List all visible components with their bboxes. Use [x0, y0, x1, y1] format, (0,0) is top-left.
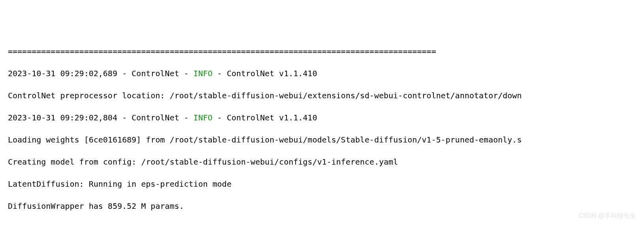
log-line: LatentDiffusion: Running in eps-predicti…: [8, 178, 636, 189]
watermark: CSDN @不叫猫先生: [578, 212, 636, 220]
log-level-info: INFO: [194, 69, 213, 78]
log-line: 2023-10-31 09:29:02,804 - ControlNet - I…: [8, 112, 636, 123]
log-line: DiffusionWrapper has 859.52 M params.: [8, 201, 636, 212]
log-timestamp: 2023-10-31 09:29:02,689 - ControlNet -: [8, 69, 194, 78]
log-line: Model loaded in 2.8s (load weights from …: [8, 223, 636, 225]
log-line: ControlNet preprocessor location: /root/…: [8, 90, 636, 101]
log-line: Creating model from config: /root/stable…: [8, 156, 636, 167]
log-level-info: INFO: [194, 113, 213, 122]
log-message: - ControlNet v1.1.410: [213, 69, 317, 78]
log-line: 2023-10-31 09:29:02,689 - ControlNet - I…: [8, 68, 636, 79]
log-line: Loading weights [6ce0161689] from /root/…: [8, 134, 636, 145]
log-timestamp: 2023-10-31 09:29:02,804 - ControlNet -: [8, 113, 194, 122]
terminal-separator: ========================================…: [8, 46, 636, 57]
log-message: - ControlNet v1.1.410: [213, 113, 317, 122]
